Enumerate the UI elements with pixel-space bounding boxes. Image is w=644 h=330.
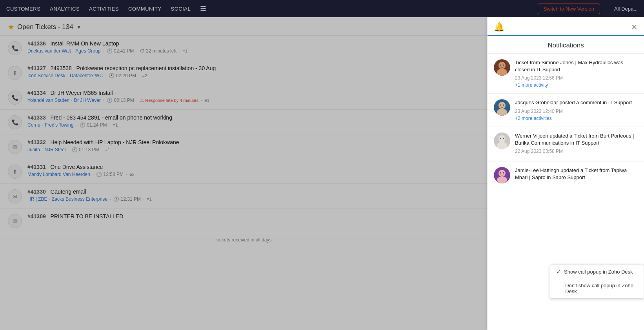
notification-avatar: [494, 59, 510, 76]
ticket-list-area: ★ Open Tickets - 134 ▼ 📞 #41336 Install …: [0, 17, 487, 330]
all-departments[interactable]: All Depa...: [614, 6, 638, 12]
notification-avatar: [494, 99, 510, 116]
notification-avatar: [494, 132, 510, 149]
svg-point-1: [498, 62, 506, 69]
hamburger-icon[interactable]: ☰: [200, 4, 206, 13]
svg-point-13: [500, 138, 501, 139]
svg-point-18: [500, 172, 501, 173]
context-menu-dont-show-popup[interactable]: Don't show call popup in Zoho Desk: [550, 279, 644, 298]
context-menu-item-label-1: Show call popup in Zoho Desk: [564, 269, 633, 275]
svg-point-2: [497, 69, 507, 76]
svg-point-9: [503, 105, 504, 106]
notification-time: 23 Aug 2023 12:56 PM: [515, 75, 638, 81]
notification-body: Jamie-Lee Hattingh updated a Ticket from…: [515, 167, 638, 183]
svg-point-8: [500, 105, 501, 106]
notification-item[interactable]: Jamie-Lee Hattingh updated a Ticket from…: [488, 161, 644, 189]
notification-avatar: [494, 167, 510, 183]
svg-point-16: [498, 170, 506, 177]
top-navigation: CUSTOMERS ANALYTICS ACTIVITIES COMMUNITY…: [0, 0, 644, 17]
context-menu-show-popup[interactable]: ✓ Show call popup in Zoho Desk: [550, 265, 644, 279]
switch-version-button[interactable]: Switch to New Version: [538, 4, 600, 14]
notification-text: Werner Viljoen updated a Ticket from Bur…: [515, 132, 638, 147]
more-activity-link[interactable]: +2 more activities: [515, 116, 638, 121]
notification-text: Jacques Grobelaar posted a comment in IT…: [515, 99, 638, 106]
notification-item[interactable]: Werner Viljoen updated a Ticket from Bur…: [488, 127, 644, 161]
svg-point-17: [497, 176, 507, 183]
notification-item[interactable]: Jacques Grobelaar posted a comment in IT…: [488, 94, 644, 127]
notification-body: Ticket from Simone Jones | Max Hydraulic…: [515, 59, 638, 88]
svg-point-3: [500, 65, 501, 66]
notification-body: Werner Viljoen updated a Ticket from Bur…: [515, 132, 638, 156]
notification-time: 22 Aug 2023 03:58 PM: [515, 149, 638, 154]
main-area: ★ Open Tickets - 134 ▼ 📞 #41336 Install …: [0, 17, 644, 330]
notifications-title: Notifications: [488, 36, 644, 54]
notification-text: Ticket from Simone Jones | Max Hydraulic…: [515, 59, 638, 73]
check-icon: ✓: [557, 269, 561, 275]
dim-overlay: [0, 17, 487, 330]
svg-point-12: [497, 142, 507, 149]
nav-analytics[interactable]: ANALYTICS: [50, 6, 80, 12]
svg-point-7: [497, 109, 507, 116]
nav-community[interactable]: COMMUNITY: [128, 6, 162, 12]
notification-item[interactable]: Ticket from Simone Jones | Max Hydraulic…: [488, 54, 644, 94]
bell-icon: 🔔: [494, 22, 504, 35]
notification-text: Jamie-Lee Hattingh updated a Ticket from…: [515, 167, 638, 181]
svg-point-4: [503, 65, 504, 66]
notifications-panel: 🔔 ✕ Notifications Ticket from Simone Jon…: [487, 17, 644, 330]
nav-social[interactable]: SOCIAL: [171, 6, 191, 12]
context-menu-item-label-2: Don't show call popup in Zoho Desk: [565, 283, 637, 294]
notification-time: 23 Aug 2023 12:40 PM: [515, 109, 638, 114]
close-notifications-button[interactable]: ✕: [631, 22, 638, 35]
svg-point-14: [503, 138, 504, 139]
svg-point-19: [503, 172, 504, 173]
svg-point-11: [498, 135, 506, 142]
context-menu: ✓ Show call popup in Zoho Desk Don't sho…: [550, 265, 644, 299]
nav-customers[interactable]: CUSTOMERS: [6, 6, 40, 12]
more-activity-link[interactable]: +1 more activity: [515, 82, 638, 88]
notifications-header: 🔔 ✕: [488, 17, 644, 36]
svg-point-6: [498, 102, 506, 109]
notification-body: Jacques Grobelaar posted a comment in IT…: [515, 99, 638, 121]
nav-activities[interactable]: ACTIVITIES: [89, 6, 119, 12]
